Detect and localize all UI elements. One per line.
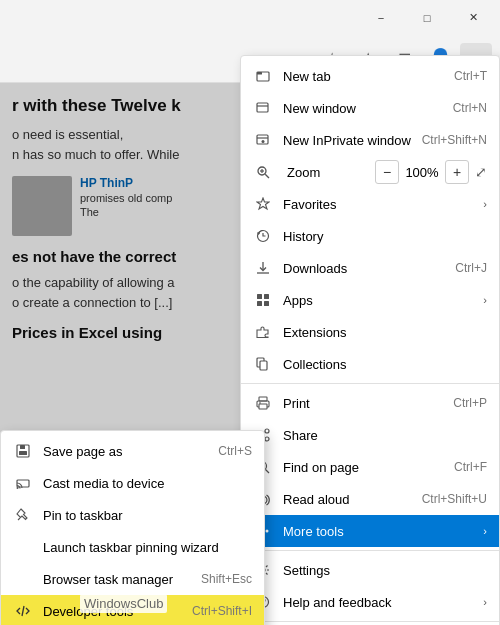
downloads-icon <box>253 258 273 278</box>
menu-history[interactable]: History <box>241 220 499 252</box>
collections-menu-icon <box>253 354 273 374</box>
save-page-shortcut: Ctrl+S <box>218 444 252 458</box>
launch-wizard-icon <box>13 537 33 557</box>
watermark: WindowsClub <box>80 594 167 613</box>
pin-taskbar-icon <box>13 505 33 525</box>
menu-favorites[interactable]: Favorites › <box>241 188 499 220</box>
divider-3 <box>241 621 499 622</box>
favorites-arrow: › <box>483 198 487 210</box>
zoom-label-text: Zoom <box>287 165 371 180</box>
browser-task-manager-icon <box>13 569 33 589</box>
left-menu-browser-task-manager[interactable]: Browser task manager Shift+Esc <box>1 563 264 595</box>
new-tab-label: New tab <box>283 69 446 84</box>
settings-label: Settings <box>283 563 487 578</box>
svg-rect-27 <box>259 397 267 401</box>
menu-new-inprivate[interactable]: New InPrivate window Ctrl+Shift+N <box>241 124 499 156</box>
new-window-icon <box>253 98 273 118</box>
menu-new-window[interactable]: New window Ctrl+N <box>241 92 499 124</box>
svg-line-15 <box>265 174 269 178</box>
read-aloud-label: Read aloud <box>283 492 414 507</box>
more-tools-arrow: › <box>483 525 487 537</box>
find-on-page-shortcut: Ctrl+F <box>454 460 487 474</box>
new-window-label: New window <box>283 101 445 116</box>
browser-task-manager-shortcut: Shift+Esc <box>201 572 252 586</box>
menu-collections[interactable]: Collections <box>241 348 499 380</box>
collections-label: Collections <box>283 357 487 372</box>
svg-line-6 <box>22 606 24 616</box>
menu-downloads[interactable]: Downloads Ctrl+J <box>241 252 499 284</box>
new-inprivate-icon <box>253 130 273 150</box>
print-shortcut: Ctrl+P <box>453 396 487 410</box>
help-feedback-label: Help and feedback <box>283 595 479 610</box>
apps-icon <box>253 290 273 310</box>
developer-tools-shortcut: Ctrl+Shift+I <box>192 604 252 618</box>
svg-rect-9 <box>257 103 268 112</box>
svg-rect-24 <box>264 301 269 306</box>
svg-rect-29 <box>259 404 267 409</box>
svg-rect-22 <box>264 294 269 299</box>
menu-read-aloud[interactable]: Read aloud Ctrl+Shift+U <box>241 483 499 515</box>
extensions-label: Extensions <box>283 325 487 340</box>
menu-share[interactable]: Share <box>241 419 499 451</box>
svg-point-13 <box>262 140 265 143</box>
svg-point-31 <box>265 429 269 433</box>
svg-rect-23 <box>257 301 262 306</box>
svg-point-4 <box>17 487 19 489</box>
svg-rect-8 <box>257 72 262 75</box>
menu-settings[interactable]: Settings <box>241 554 499 586</box>
left-menu-launch-wizard[interactable]: Launch taskbar pinning wizard <box>1 531 264 563</box>
print-icon <box>253 393 273 413</box>
svg-rect-26 <box>260 361 267 370</box>
title-bar: − □ ✕ <box>0 0 500 35</box>
new-inprivate-shortcut: Ctrl+Shift+N <box>422 133 487 147</box>
print-label: Print <box>283 396 445 411</box>
new-tab-icon <box>253 66 273 86</box>
zoom-minus-button[interactable]: − <box>375 160 399 184</box>
left-menu-pin-taskbar[interactable]: Pin to taskbar <box>1 499 264 531</box>
find-on-page-label: Find on page <box>283 460 446 475</box>
cast-media-icon <box>13 473 33 493</box>
new-tab-shortcut: Ctrl+T <box>454 69 487 83</box>
share-label: Share <box>283 428 487 443</box>
menu-more-tools[interactable]: More tools › <box>241 515 499 547</box>
cast-media-label: Cast media to device <box>43 476 252 491</box>
browser-task-manager-label: Browser task manager <box>43 572 201 587</box>
svg-rect-21 <box>257 294 262 299</box>
menu-extensions[interactable]: Extensions <box>241 316 499 348</box>
menu-help-feedback[interactable]: Help and feedback › <box>241 586 499 618</box>
read-aloud-shortcut: Ctrl+Shift+U <box>422 492 487 506</box>
new-inprivate-label: New InPrivate window <box>283 133 414 148</box>
save-page-icon <box>13 441 33 461</box>
menu-find-on-page[interactable]: Find on page Ctrl+F <box>241 451 499 483</box>
apps-label: Apps <box>283 293 479 308</box>
new-window-shortcut: Ctrl+N <box>453 101 487 115</box>
left-menu-save-page[interactable]: Save page as Ctrl+S <box>1 435 264 467</box>
svg-line-37 <box>266 470 270 474</box>
svg-rect-1 <box>19 451 27 455</box>
favorites-icon <box>253 194 273 214</box>
close-button[interactable]: ✕ <box>450 0 496 35</box>
apps-arrow: › <box>483 294 487 306</box>
svg-rect-2 <box>20 445 25 449</box>
svg-point-32 <box>265 437 269 441</box>
menu-apps[interactable]: Apps › <box>241 284 499 316</box>
zoom-plus-button[interactable]: + <box>445 160 469 184</box>
developer-tools-icon <box>13 601 33 621</box>
svg-point-40 <box>266 530 269 533</box>
minimize-button[interactable]: − <box>358 0 404 35</box>
left-menu-cast-media[interactable]: Cast media to device <box>1 467 264 499</box>
zoom-percent-display: 100% <box>403 165 441 180</box>
maximize-button[interactable]: □ <box>404 0 450 35</box>
save-page-label: Save page as <box>43 444 218 459</box>
zoom-fullscreen-icon[interactable]: ⤢ <box>475 164 487 180</box>
menu-print[interactable]: Print Ctrl+P <box>241 387 499 419</box>
history-label: History <box>283 229 487 244</box>
menu-new-tab[interactable]: New tab Ctrl+T <box>241 60 499 92</box>
downloads-label: Downloads <box>283 261 447 276</box>
divider-1 <box>241 383 499 384</box>
divider-2 <box>241 550 499 551</box>
favorites-label: Favorites <box>283 197 479 212</box>
downloads-shortcut: Ctrl+J <box>455 261 487 275</box>
zoom-icon <box>253 162 273 182</box>
help-feedback-arrow: › <box>483 596 487 608</box>
